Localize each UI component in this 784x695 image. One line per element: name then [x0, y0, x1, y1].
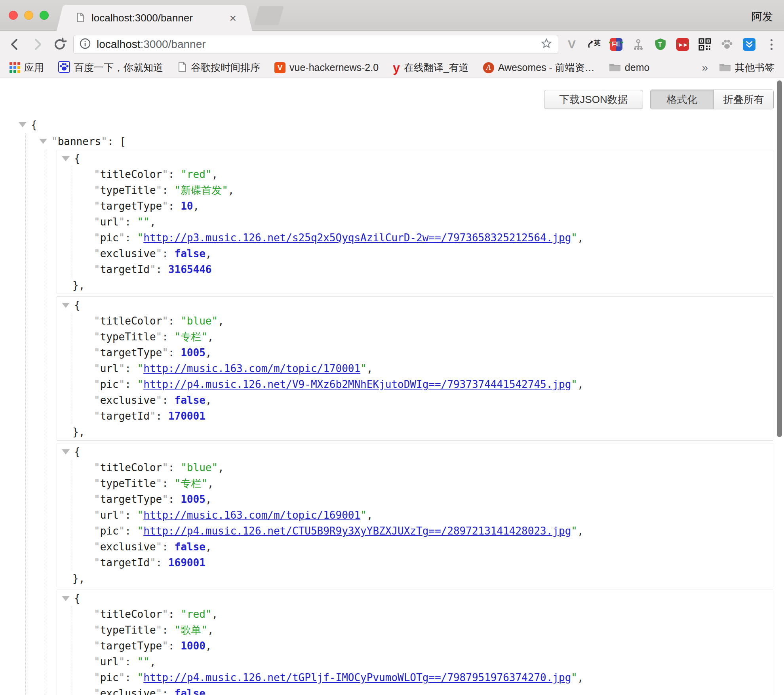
field-pic: pic: http://p4.music.126.net/V9-MXz6b2MN… — [94, 376, 773, 392]
collapse-icon[interactable] — [62, 303, 70, 308]
field-exclusive: exclusive: false, — [94, 246, 773, 262]
bookmark-vue-hackernews[interactable]: V vue-hackernews-2.0 — [274, 62, 379, 73]
tab-close-icon[interactable]: × — [229, 12, 236, 24]
bookmark-star-icon[interactable] — [540, 38, 552, 51]
translate-extension-icon[interactable]: 英 — [587, 37, 601, 52]
field-titleColor: titleColor: blue, — [94, 460, 773, 475]
minimize-window-button[interactable] — [24, 11, 33, 20]
field-titleColor: titleColor: red, — [94, 166, 773, 182]
youdao-y-icon: y — [393, 62, 400, 73]
new-tab-button[interactable] — [254, 6, 284, 25]
banner-object: { titleColor: blue, typeTitle: 专栏, targe… — [57, 296, 773, 441]
fe-extension-icon[interactable]: FE — [609, 37, 623, 52]
browser-toolbar: localhost:3000/banner V 英 FE T ►► — [0, 31, 784, 57]
bookmark-youdao-translate[interactable]: y 在线翻译_有道 — [393, 61, 469, 74]
field-targetType: targetType: 1005, — [94, 491, 773, 507]
json-viewer: { banners: [ { titleColor: red, typeTitl… — [0, 78, 784, 695]
field-exclusive: exclusive: false, — [94, 685, 773, 695]
awesomes-icon: A — [483, 62, 494, 73]
bookmarks-overflow-chevron[interactable]: » — [702, 61, 708, 74]
vue-devtools-icon[interactable]: V — [565, 37, 579, 52]
download-manager-icon[interactable] — [742, 37, 756, 52]
page-icon — [177, 62, 187, 74]
vue-icon: V — [274, 62, 285, 73]
field-url: url: , — [94, 654, 773, 670]
paw-extension-icon[interactable] — [720, 37, 734, 52]
forward-button[interactable] — [29, 35, 47, 53]
banner-object: { titleColor: red, typeTitle: 歌单, target… — [57, 590, 773, 695]
banner-object: { titleColor: red, typeTitle: 新碟首发, targ… — [57, 150, 773, 294]
collapse-icon[interactable] — [62, 596, 70, 601]
info-icon[interactable] — [79, 38, 91, 51]
field-targetType: targetType: 1000, — [94, 638, 773, 654]
other-bookmarks-folder[interactable]: 其他书签 — [719, 61, 774, 74]
field-titleColor: titleColor: red, — [94, 606, 773, 622]
url-path: :3000/banner — [141, 38, 206, 51]
baidu-paw-icon — [58, 61, 70, 74]
bookmark-google-sort[interactable]: 谷歌按时间排序 — [177, 61, 260, 74]
json-link[interactable]: http://p4.music.126.net/CTU5B9R9y3XyYBZX… — [143, 525, 571, 537]
sitemap-extension-icon[interactable] — [631, 37, 645, 52]
menu-icon[interactable] — [764, 37, 778, 52]
svg-text:英: 英 — [594, 39, 601, 47]
json-link[interactable]: http://p4.music.126.net/V9-MXz6b2MNhEKju… — [143, 378, 571, 390]
json-link[interactable]: http://music.163.com/m/topic/170001 — [143, 363, 360, 374]
field-url: url: http://music.163.com/m/topic/169001… — [94, 507, 773, 523]
field-typeTitle: typeTitle: 专栏, — [94, 475, 773, 491]
browser-tab[interactable]: localhost:3000/banner × — [65, 5, 244, 31]
collapse-icon[interactable] — [39, 139, 47, 144]
json-root-open: { — [31, 116, 773, 133]
shield-extension-icon[interactable]: T — [653, 37, 668, 52]
bookmark-awesomes[interactable]: A Awesomes - 前端资… — [483, 61, 595, 74]
field-typeTitle: typeTitle: 新碟首发, — [94, 182, 773, 198]
field-targetId: targetId: 170001 — [94, 408, 773, 424]
field-targetType: targetType: 10, — [94, 198, 773, 214]
field-pic: pic: http://p4.music.126.net/CTU5B9R9y3X… — [94, 523, 773, 539]
json-link[interactable]: http://p3.music.126.net/s25q2x5QyqsAzilC… — [143, 232, 571, 244]
field-titleColor: titleColor: blue, — [94, 313, 773, 329]
field-pic: pic: http://p3.music.126.net/s25q2x5Qyqs… — [94, 230, 773, 246]
field-targetId: targetId: 169001 — [94, 555, 773, 571]
back-button[interactable] — [6, 35, 24, 53]
collapse-icon[interactable] — [62, 449, 70, 454]
bookmarks-bar: 应用 百度一下，你就知道 谷歌按时间排序 V vue-hackernews-2.… — [0, 57, 784, 78]
window-controls — [9, 11, 49, 20]
url-host: localhost — [97, 38, 141, 51]
apps-grid-icon — [10, 62, 20, 73]
field-typeTitle: typeTitle: 专栏, — [94, 329, 773, 345]
close-window-button[interactable] — [9, 11, 18, 20]
tab-title: localhost:3000/banner — [91, 12, 229, 24]
address-bar[interactable]: localhost:3000/banner — [73, 35, 558, 54]
profile-name[interactable]: 阿发 — [752, 10, 773, 24]
json-link[interactable]: http://music.163.com/m/topic/169001 — [143, 509, 360, 521]
json-link[interactable]: http://p4.music.126.net/tGPljf-IMOCyPvum… — [143, 672, 571, 684]
field-exclusive: exclusive: false, — [94, 539, 773, 555]
bookmark-folder-demo[interactable]: demo — [609, 62, 650, 73]
reload-button[interactable] — [51, 35, 69, 53]
collapse-icon[interactable] — [19, 122, 27, 127]
collapse-icon[interactable] — [62, 156, 70, 161]
field-url: url: , — [94, 214, 773, 230]
extensions-row: V 英 FE T ►► — [565, 35, 778, 53]
apps-shortcut[interactable]: 应用 — [10, 61, 44, 74]
json-banners-line: banners: [ — [51, 133, 773, 150]
banner-object: { titleColor: blue, typeTitle: 专栏, targe… — [57, 443, 773, 587]
svg-text:T: T — [658, 41, 662, 48]
folder-icon — [719, 62, 731, 73]
fast-forward-extension-icon[interactable]: ►► — [676, 37, 690, 52]
field-url: url: http://music.163.com/m/topic/170001… — [94, 361, 773, 376]
zoom-window-button[interactable] — [40, 11, 49, 20]
field-exclusive: exclusive: false, — [94, 392, 773, 408]
page-icon — [75, 12, 85, 24]
field-targetType: targetType: 1005, — [94, 345, 773, 361]
folder-icon — [609, 62, 621, 73]
field-typeTitle: typeTitle: 歌单, — [94, 622, 773, 638]
tab-strip: localhost:3000/banner × 阿发 — [0, 0, 784, 31]
field-targetId: targetId: 3165446 — [94, 262, 773, 277]
field-pic: pic: http://p4.music.126.net/tGPljf-IMOC… — [94, 670, 773, 685]
bookmark-baidu[interactable]: 百度一下，你就知道 — [58, 61, 163, 74]
qr-code-icon[interactable] — [698, 37, 712, 52]
